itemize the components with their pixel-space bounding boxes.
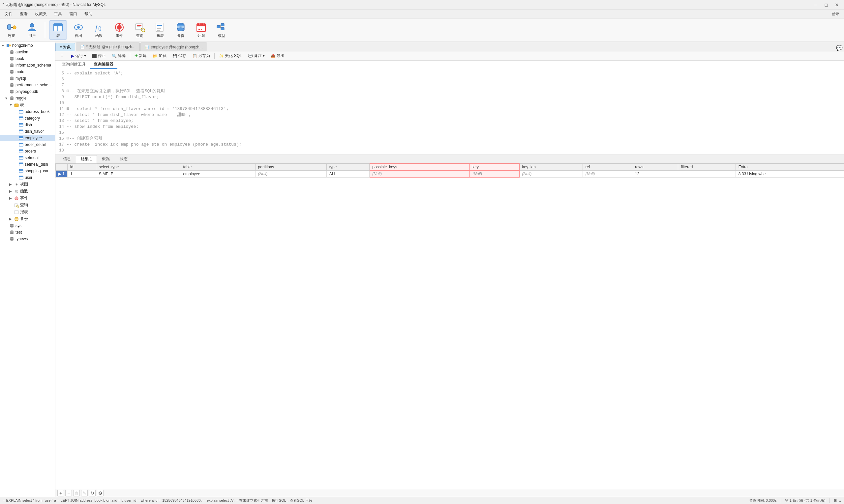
hamburger-button[interactable]: ≡ [57, 52, 67, 60]
sub-tab-editor[interactable]: 查询编辑器 [90, 60, 117, 69]
result-tab-status[interactable]: 状态 [115, 155, 133, 163]
menu-view[interactable]: 查看 [16, 10, 31, 18]
cell-type: ALL [326, 170, 369, 178]
menu-file[interactable]: 文件 [1, 10, 16, 18]
sidebar-item-auction[interactable]: auction [0, 49, 55, 55]
menu-tools[interactable]: 工具 [51, 10, 65, 18]
backup-button[interactable]: 备份 [172, 20, 190, 39]
view-button[interactable]: 视图 [70, 20, 87, 39]
sidebar-table-setmeal[interactable]: setmeal [0, 155, 55, 161]
tab-untitled-query[interactable]: 📄 * 无标题 @reggie (hongzh... [76, 42, 140, 51]
list-view-icon[interactable]: ≡ [839, 499, 841, 503]
sidebar-table-category[interactable]: category [0, 115, 55, 122]
settings-button[interactable]: ⚙ [97, 490, 104, 497]
delete-button[interactable]: 🗑 [73, 490, 80, 497]
sidebar-folder-views[interactable]: ▶ 👁 视图 [0, 181, 55, 188]
saveas-button[interactable]: 📋 另存为 [190, 52, 213, 59]
menu-window[interactable]: 窗口 [66, 10, 81, 18]
col-header-key-len[interactable]: key_len [519, 164, 583, 170]
sidebar-folder-queries[interactable]: 查询 [0, 202, 55, 209]
sidebar-item-sys[interactable]: sys [0, 222, 55, 229]
col-header-possible-keys[interactable]: possible_keys [369, 164, 470, 170]
schedule-button[interactable]: 计划 [192, 20, 210, 39]
sidebar-table-order-detail[interactable]: order_detail [0, 141, 55, 148]
sidebar-folder-backups[interactable]: ▶ 备份 [0, 215, 55, 222]
sidebar-table-dish-flavor[interactable]: dish_flavor [0, 128, 55, 135]
sidebar-item-hongzhi-mo[interactable]: ▼ hongzhi-mo [0, 42, 55, 49]
col-header-table[interactable]: table [180, 164, 255, 170]
table-button[interactable]: 表 [49, 20, 67, 39]
col-header-id[interactable]: id [68, 164, 96, 170]
sidebar-item-moto[interactable]: moto [0, 69, 55, 75]
result-table-wrapper[interactable]: id select_type table partitions type pos… [55, 163, 844, 489]
sidebar-item-performance-schema[interactable]: performance_schema [0, 82, 55, 88]
sidebar-item-tynews[interactable]: tynews [0, 236, 55, 242]
col-header-filtered[interactable]: filtered [678, 164, 736, 170]
sidebar-item-information-schema[interactable]: information_schema [0, 62, 55, 69]
col-header-select-type[interactable]: select_type [96, 164, 180, 170]
col-header-rows[interactable]: rows [632, 164, 678, 170]
export-button[interactable]: 📤 导出 [268, 52, 287, 59]
sidebar-table-employee[interactable]: employee [0, 135, 55, 141]
result-tab-profile[interactable]: 概况 [97, 155, 115, 163]
save-icon: 💾 [172, 54, 177, 58]
col-header-type[interactable]: type [326, 164, 369, 170]
menu-help[interactable]: 帮助 [81, 10, 96, 18]
load-button[interactable]: 📂 加载 [150, 52, 169, 59]
col-header-partitions[interactable]: partitions [255, 164, 326, 170]
result-tab-data[interactable]: 结果 1 [76, 155, 97, 163]
minus-button[interactable]: − [65, 490, 72, 497]
stop-button[interactable]: ⬛ 停止 [89, 52, 108, 59]
sql-editor[interactable]: 5 -- explain select 'A'; 6 7 8 ⊟-- 在未建立索… [55, 69, 844, 155]
sidebar-table-dish[interactable]: dish [0, 122, 55, 128]
sidebar-table-address-book[interactable]: address_book [0, 108, 55, 115]
sidebar-table-shopping-cart[interactable]: shopping_cart [0, 168, 55, 174]
beautify-button[interactable]: ✨ 美化 SQL [216, 52, 244, 59]
grid-view-icon[interactable]: ⊞ [834, 499, 837, 503]
func-button[interactable]: f () 函数 [90, 20, 108, 39]
login-button[interactable]: 登录 [828, 10, 843, 18]
sidebar-label-pinyougoudb: pinyougoudb [16, 89, 38, 94]
explain-button[interactable]: 🔍 解释 [109, 52, 128, 59]
svg-point-46 [10, 52, 14, 54]
save-button[interactable]: 💾 保存 [170, 52, 189, 59]
col-header-extra[interactable]: Extra [736, 164, 844, 170]
new-button[interactable]: ✚ 新建 [132, 52, 149, 59]
sidebar-folder-events[interactable]: ▶ 事件 [0, 195, 55, 202]
add-row-button[interactable]: + [57, 490, 64, 497]
col-header-key[interactable]: key [470, 164, 519, 170]
sidebar-table-orders[interactable]: orders [0, 148, 55, 155]
user-button[interactable]: 用户 [23, 20, 41, 39]
tab-objects[interactable]: ≡ 对象 [55, 43, 75, 51]
sidebar-folder-tables[interactable]: ▼ 表 [0, 102, 55, 108]
sidebar-table-user[interactable]: user [0, 174, 55, 181]
comment-button[interactable]: 💬 备注 ▾ [245, 52, 268, 59]
sidebar-item-reggie[interactable]: ▼ reggie [0, 95, 55, 102]
minimize-button[interactable]: ─ [811, 1, 820, 9]
wechat-icon[interactable]: 💬 [836, 45, 843, 51]
menu-favorites[interactable]: 收藏夹 [32, 10, 50, 18]
query-button[interactable]: 查询 [131, 20, 149, 39]
model-button[interactable]: 模型 [213, 20, 230, 39]
col-header-ref[interactable]: ref [583, 164, 632, 170]
maximize-button[interactable]: □ [822, 1, 831, 9]
report-button[interactable]: 报表 [151, 20, 169, 39]
refresh-button[interactable]: ↻ [89, 490, 96, 497]
event-button[interactable]: 事件 [110, 20, 128, 39]
run-button[interactable]: ▶ 运行 ▾ [69, 52, 89, 59]
tab-employee-query[interactable]: 📊 employee @reggie (hongzh... [140, 42, 207, 51]
close-button[interactable]: ✕ [832, 1, 841, 9]
connect-button[interactable]: 连接 [3, 20, 20, 39]
stop-icon: ⬛ [92, 54, 97, 58]
sub-tab-builder[interactable]: 查询创建工具 [58, 60, 90, 69]
table-row[interactable]: ▶ 1 1 SIMPLE employee (Null) ALL (Null) … [56, 170, 844, 178]
sidebar-table-setmeal-dish[interactable]: setmeal_dish [0, 161, 55, 168]
sidebar-folder-funcs[interactable]: ▶ f() 函数 [0, 188, 55, 195]
edit-button[interactable]: ✎ [81, 490, 88, 497]
sidebar-item-book[interactable]: book [0, 55, 55, 62]
sidebar-folder-reports[interactable]: 报表 [0, 209, 55, 215]
result-tab-info[interactable]: 信息 [58, 155, 76, 163]
sidebar-item-pinyougoudb[interactable]: pinyougoudb [0, 88, 55, 95]
sidebar-item-mysql[interactable]: mysql [0, 75, 55, 82]
sidebar-item-test[interactable]: test [0, 229, 55, 236]
